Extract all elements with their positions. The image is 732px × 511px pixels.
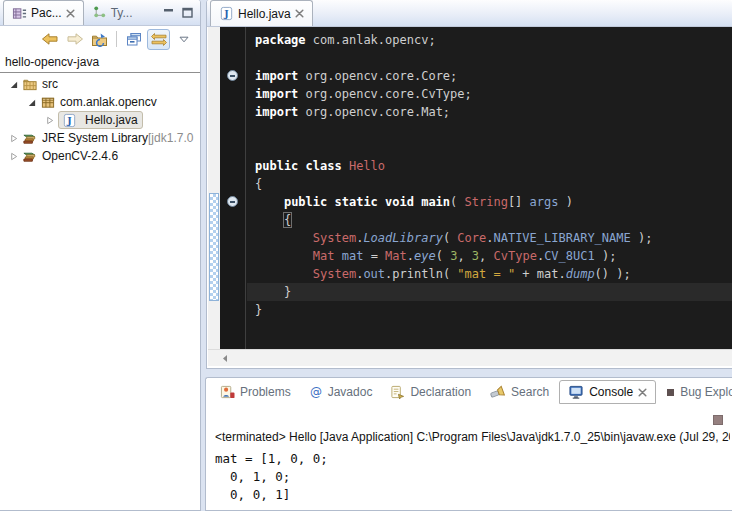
tree-item-label: JRE System Library [42,131,148,145]
back-button[interactable] [38,29,61,50]
tree-item-label: Hello.java [85,113,138,127]
project-label[interactable]: hello-opencv-java [0,53,200,73]
package-explorer-toolbar [0,26,200,52]
bottom-tab-bug-explorer[interactable]: Bug Explorer [658,380,732,404]
code-token: CvType [494,249,537,263]
view-tab-pac[interactable]: Pac... [3,0,84,25]
code-token: import [255,87,298,101]
code-line: } [247,301,732,319]
method-range-indicator [209,193,219,301]
forward-button[interactable] [63,29,86,50]
maximize-icon [182,7,193,18]
code-token [255,231,313,245]
package-explorer-view: Pac...Ty... hello-opencv-java srccom.anl… [0,0,201,511]
svg-text:@: @ [310,385,322,399]
tree-item-jre-system-library[interactable]: JRE System Library [jdk1.7.0 [0,129,200,147]
view-tab-label: Pac... [31,6,62,20]
console-output-line: 0, 0, 1] [215,486,328,504]
code-line: import org.opencv.core.Mat; [247,103,732,121]
collapsed-arrow-icon[interactable] [44,115,54,125]
editor-tab-hello-java[interactable]: J Hello.java [210,0,313,26]
collapsed-arrow-icon[interactable] [8,151,18,161]
back-icon [41,32,59,46]
editor-tabbar: J Hello.java [207,0,732,27]
minus-glyph [230,201,235,203]
library-icon [22,148,38,164]
scroll-left-arrow-icon[interactable] [221,354,229,363]
console-output[interactable]: mat = [1, 0, 0; 0, 1, 0; 0, 0, 1] [215,450,328,504]
editor-horizontal-scrollbar[interactable] [208,349,732,366]
code-token: eye [414,249,436,263]
bottom-tab-console[interactable]: Console [559,380,656,404]
declaration-icon [390,385,405,399]
minimize-button[interactable] [162,6,175,19]
code-token: ( [443,231,457,245]
code-token: String [465,195,508,209]
view-window-buttons [162,0,200,25]
code-token: public class [255,159,349,173]
tree-item-src[interactable]: src [0,75,200,93]
bottom-tab-label: Bug Explorer [680,385,732,399]
code-token: NATIVE_LIBRARY_NAME [493,231,630,245]
link-with-editor-icon [150,32,168,47]
code-line [247,49,732,67]
console-icon [568,385,584,399]
minimize-icon [163,7,174,18]
tree-item-hello.java[interactable]: JHello.java [0,111,200,129]
code-token: , [479,249,493,263]
package-folder-icon [22,76,38,92]
bottom-tab-label: Problems [240,385,291,399]
bottom-tab-declaration[interactable]: Declaration [382,380,479,404]
link-with-editor-button[interactable] [147,29,170,50]
svg-text:J: J [66,115,72,126]
bottom-tab-label: Javadoc [328,385,373,399]
code-area[interactable]: package com.anlak.opencv;import org.open… [247,27,732,349]
tree-item-opencv-2.4.6[interactable]: OpenCV-2.4.6 [0,147,200,165]
left-tabs: Pac...Ty... [0,0,140,25]
bottom-tab-problems[interactable]: Problems [212,380,299,404]
collapse-all-button[interactable] [122,29,145,50]
view-tab-ty[interactable]: Ty... [84,0,141,25]
bottom-tab-search[interactable]: Search [481,380,557,404]
bottom-tab-label: Console [589,385,633,399]
expanded-arrow-icon[interactable] [8,79,18,89]
expanded-arrow-icon[interactable] [26,97,36,107]
code-token [255,195,284,209]
close-icon[interactable] [295,9,304,18]
code-token: { [255,177,262,191]
editor-tab-label: Hello.java [238,7,291,21]
annotation-ruler[interactable] [220,27,246,349]
code-line [247,139,732,157]
code-token: org.opencv.core.Core; [298,69,457,83]
fold-collapse-icon[interactable] [227,196,238,207]
selected-tree-item: JHello.java [58,111,143,129]
bottom-tab-javadoc[interactable]: @Javadoc [301,380,381,404]
code-line: import org.opencv.core.Core; [247,67,732,85]
toolbar-separator [116,31,117,47]
up-button[interactable] [88,29,111,50]
tree-item-com.anlak.opencv[interactable]: com.anlak.opencv [0,93,200,111]
code-token: LoadLibrary [363,231,442,245]
code-token: + mat. [515,267,566,281]
terminate-button[interactable] [713,415,723,425]
editor-body[interactable]: package com.anlak.opencv;import org.open… [208,27,732,349]
collapsed-arrow-icon[interactable] [8,133,18,143]
code-lines: package com.anlak.opencv;import org.open… [247,31,732,319]
code-token: ) [558,195,572,209]
code-token: [] [508,195,530,209]
maximize-button[interactable] [181,6,194,19]
code-token [255,213,284,227]
svg-text:J: J [223,8,229,19]
code-token: ); [631,231,653,245]
close-icon [66,9,75,18]
console-view: Problems@JavadocDeclarationSearchConsole… [205,377,732,511]
code-token: args [530,195,559,209]
code-token: public static void main [284,195,450,209]
view-menu-button[interactable] [172,29,195,50]
fold-collapse-icon[interactable] [227,70,238,81]
code-line: public static void main( String[] args ) [247,193,732,211]
view-tab-label: Ty... [111,6,133,20]
problems-icon [220,385,235,399]
code-token: ( [436,249,450,263]
tree-item-label: com.anlak.opencv [60,95,157,109]
